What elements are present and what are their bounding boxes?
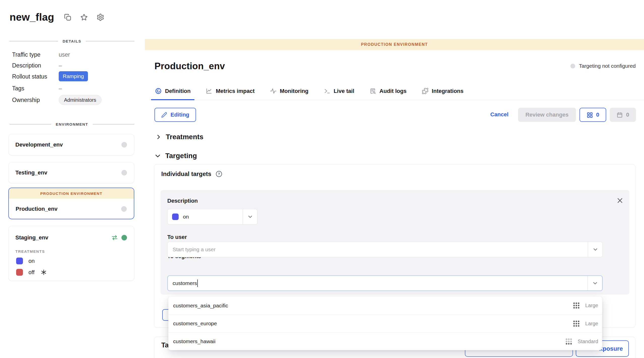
- detail-value-description: –: [59, 62, 62, 69]
- segment-option-asia-pacific[interactable]: customers_asia_pacific Large: [168, 297, 602, 314]
- individual-target-rule-card: Description on To user Start typing a us…: [160, 190, 629, 295]
- default-treatment-asterisk-icon: [41, 269, 47, 275]
- changes-count: 0: [596, 112, 599, 118]
- production-environment-strip: PRODUCTION ENVIRONMENT: [9, 188, 134, 199]
- production-environment-banner: PRODUCTION ENVIRONMENT: [145, 39, 644, 50]
- chevron-down-icon: [154, 153, 161, 159]
- segment-name: customers_asia_pacific: [173, 303, 228, 309]
- treatment-off-label: off: [28, 269, 35, 276]
- treatment-off-swatch: [16, 269, 23, 276]
- detail-label-tags: Tags: [12, 85, 24, 92]
- to-segments-value: customers: [173, 280, 197, 286]
- pencil-icon: [161, 112, 167, 118]
- pulse-icon: [270, 88, 277, 94]
- terminal-icon: [324, 88, 330, 94]
- treatment-select[interactable]: on: [167, 209, 257, 225]
- segment-option-europe[interactable]: customers_europe Large: [168, 314, 602, 332]
- environment-title: Production_env: [154, 61, 225, 71]
- to-user-label: To user: [167, 234, 629, 240]
- schedule-count: 0: [626, 112, 629, 118]
- env-card-production[interactable]: PRODUCTION ENVIRONMENT Production_env: [8, 188, 134, 219]
- tab-label: Integrations: [432, 88, 464, 94]
- changes-counter-button[interactable]: 0: [579, 108, 606, 122]
- detail-label-ownership: Ownership: [12, 97, 40, 103]
- active-tab-indicator: [151, 99, 195, 100]
- schedule-counter-button[interactable]: 0: [610, 108, 636, 122]
- detail-label-rollout-status: Rollout status: [12, 73, 47, 80]
- tab-bar: Definition Metrics impact Monitoring L: [154, 82, 644, 100]
- treatments-section-toggle[interactable]: Treatments: [155, 133, 203, 141]
- divider-line: [86, 41, 134, 41]
- segment-size-large-icon: [573, 302, 580, 309]
- definition-icon: [155, 88, 162, 94]
- targeting-section-toggle[interactable]: Targeting: [154, 152, 197, 160]
- segment-name: customers_europe: [173, 320, 217, 327]
- select-chevron[interactable]: [243, 209, 257, 224]
- env-card-testing[interactable]: Testing_env: [8, 162, 134, 183]
- favorite-star-icon[interactable]: [80, 13, 88, 21]
- env-status-dot: [121, 206, 127, 212]
- tab-live-tail[interactable]: Live tail: [323, 82, 355, 100]
- page-header: new_flag: [10, 10, 104, 24]
- cancel-button[interactable]: Cancel: [490, 111, 508, 118]
- treatments-label: TREATMENTS: [15, 249, 134, 254]
- status-text: Targeting not configured: [579, 63, 636, 69]
- tab-label: Definition: [165, 88, 190, 94]
- ownership-pill: Administrators: [59, 95, 102, 105]
- rollout-status-badge: Ramping: [59, 71, 88, 81]
- close-icon[interactable]: [617, 197, 623, 204]
- env-status-dot-active: [121, 235, 127, 240]
- segments-select-chevron[interactable]: [588, 276, 602, 291]
- sync-arrows-icon: [111, 234, 118, 241]
- segment-option-hawaii[interactable]: customers_hawaii Standard: [168, 332, 602, 350]
- help-icon[interactable]: ?: [215, 170, 222, 177]
- env-card-staging[interactable]: Staging_env TREATMENTS on off: [8, 226, 134, 281]
- metrics-chart-icon: [206, 88, 212, 94]
- treatment-row-on: on: [16, 258, 134, 264]
- env-name: Testing_env: [15, 169, 47, 176]
- tab-audit-logs[interactable]: Audit logs: [369, 82, 407, 100]
- tab-label: Live tail: [334, 88, 354, 94]
- tab-integrations[interactable]: Integrations: [421, 82, 464, 100]
- settings-gear-icon[interactable]: [96, 13, 104, 21]
- segments-dropdown: customers_asia_pacific Large customers_e…: [168, 297, 602, 350]
- divider-line: [10, 124, 51, 124]
- env-name: Staging_env: [15, 234, 48, 241]
- calendar-icon: [617, 112, 623, 118]
- env-status-dot: [121, 142, 127, 148]
- text-caret: [197, 279, 198, 287]
- to-segments-input[interactable]: customers: [167, 275, 603, 291]
- treatments-section-title: Treatments: [166, 133, 203, 141]
- editing-button[interactable]: Editing: [154, 108, 196, 122]
- review-changes-button[interactable]: Review changes: [518, 108, 576, 122]
- segment-size-label: Large: [585, 303, 598, 308]
- tab-monitoring[interactable]: Monitoring: [269, 82, 309, 100]
- tab-metrics-impact[interactable]: Metrics impact: [205, 82, 255, 100]
- treatment-row-off: off: [16, 269, 134, 276]
- details-section-divider: DETAILS: [10, 39, 134, 43]
- copy-icon[interactable]: [64, 13, 72, 21]
- user-select-chevron[interactable]: [588, 242, 602, 257]
- segment-name: customers_hawaii: [173, 338, 215, 344]
- detail-label-description: Description: [12, 62, 41, 69]
- treatment-on-swatch: [16, 258, 23, 264]
- divider-line: [93, 124, 134, 124]
- segment-size-label: Large: [585, 321, 598, 327]
- env-card-development[interactable]: Development_env: [8, 134, 134, 155]
- tab-definition[interactable]: Definition: [154, 82, 191, 100]
- to-user-placeholder: Start typing a user: [173, 246, 215, 253]
- flag-name: new_flag: [10, 11, 54, 23]
- chevron-right-icon: [155, 134, 162, 140]
- individual-targets-title: Individual targets: [161, 170, 211, 177]
- env-name: Development_env: [15, 141, 63, 148]
- env-name: Production_env: [16, 206, 57, 212]
- puzzle-icon: [422, 88, 429, 94]
- targeting-status: Targeting not configured: [570, 63, 636, 69]
- tab-label: Audit logs: [379, 88, 407, 94]
- targeting-section-title: Targeting: [165, 152, 197, 160]
- to-user-input[interactable]: Start typing a user: [167, 242, 603, 257]
- audit-log-icon: [369, 88, 376, 94]
- treatment-color-swatch: [172, 213, 179, 220]
- env-status-dot: [121, 170, 127, 175]
- status-dot: [570, 64, 575, 68]
